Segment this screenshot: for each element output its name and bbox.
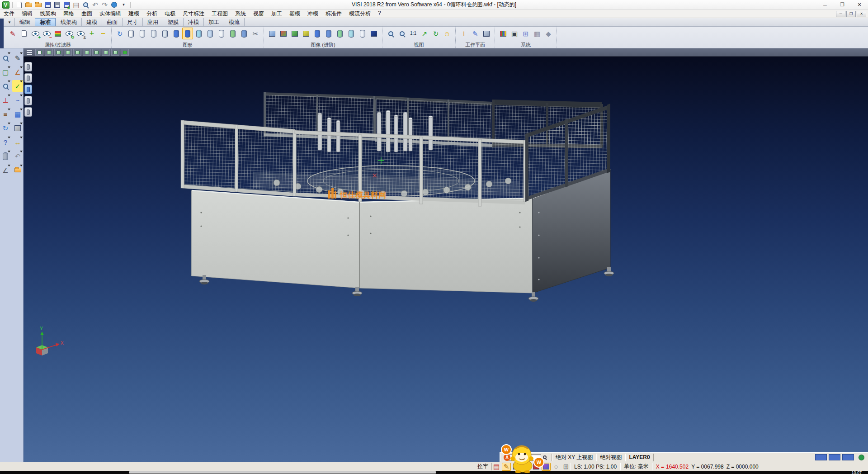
save-file-icon[interactable] [43, 0, 52, 9]
adv-traffic-cube-icon[interactable] [278, 28, 289, 39]
sketch-icon[interactable]: ∠ [12, 66, 23, 78]
show-entities-icon[interactable]: + [30, 28, 41, 39]
plane-icon[interactable]: ▢ [0, 66, 11, 78]
import-file-icon[interactable] [34, 0, 42, 9]
validate-icon[interactable]: ✓ [12, 80, 23, 92]
flat-view-icon[interactable] [205, 28, 216, 39]
preview-icon[interactable] [81, 0, 90, 9]
open-file-icon[interactable] [24, 0, 33, 9]
screen-settings-icon[interactable]: ▣ [509, 28, 520, 39]
globe-icon[interactable] [859, 455, 864, 460]
zoom-selected-icon[interactable]: ↗ [419, 28, 430, 39]
curve-icon[interactable]: ~ [12, 94, 23, 106]
workplane-axes-icon[interactable]: ⊥ [458, 28, 469, 39]
tab-3[interactable]: 建模 [81, 18, 102, 26]
view-preferences-icon[interactable]: ☺ [442, 28, 453, 39]
adv-shaded-cyl-icon[interactable] [312, 28, 323, 39]
mdi-restore-button[interactable]: ❐ [846, 11, 856, 17]
menu-item-18[interactable]: ? [374, 10, 385, 16]
scale-indicator[interactable]: LS: 1.00 PS: 1.00 [571, 463, 620, 470]
wireframe-view-icon[interactable] [126, 28, 137, 39]
shaded-view-icon[interactable] [171, 28, 182, 39]
save-all-icon[interactable]: ▲ [62, 0, 71, 9]
view-back-icon[interactable] [92, 49, 100, 56]
palette-toggle-4-icon[interactable] [24, 96, 32, 105]
adv-plusminus-cube-icon[interactable] [301, 28, 311, 39]
tab-10[interactable]: 模流 [224, 18, 245, 26]
viewport-menu-icon[interactable] [25, 49, 34, 56]
menu-item-12[interactable]: 视窗 [250, 10, 268, 18]
menu-item-8[interactable]: 电极 [161, 10, 179, 18]
print-icon[interactable]: ▤ [72, 0, 80, 9]
undo-view-icon[interactable]: ↶ [12, 150, 23, 162]
shaded-edges-view-icon[interactable] [182, 28, 193, 39]
menu-item-7[interactable]: 分析 [143, 10, 161, 18]
menu-item-0[interactable]: 文件 [0, 10, 18, 18]
adv-page-cyl-icon[interactable] [346, 28, 357, 39]
workplane-cube-icon[interactable] [481, 28, 492, 39]
tab-1[interactable]: 标准 [35, 18, 56, 26]
perspective-grid-icon[interactable]: ◆ [543, 28, 554, 39]
minimize-button[interactable]: ─ [816, 0, 834, 9]
tab-9[interactable]: 加工 [203, 18, 224, 26]
dashed-hidden-view-icon[interactable] [148, 28, 159, 39]
attributes-icon[interactable]: ≡ [0, 108, 11, 120]
absolute-view-indicator[interactable]: 绝对视图 [596, 454, 625, 461]
new-file-icon[interactable] [15, 0, 24, 9]
tab-0[interactable]: 编辑 [14, 18, 35, 26]
menu-item-1[interactable]: 编辑 [18, 10, 36, 18]
mdi-minimize-button[interactable]: ─ [836, 11, 845, 17]
transparent-view-icon[interactable] [193, 28, 204, 39]
delete-icon[interactable] [0, 150, 11, 162]
modify-icon[interactable]: ✎ [12, 52, 23, 64]
units-indicator[interactable]: 单位: 毫米 [620, 463, 652, 470]
zoom-in-icon[interactable] [385, 28, 396, 39]
app-sync-icon[interactable] [110, 0, 118, 9]
navigate-icon[interactable]: ∠ [0, 164, 11, 176]
hide-all-icon[interactable]: − [98, 28, 108, 39]
clip-plane-icon[interactable]: ✂ [250, 28, 261, 39]
toolbar-dropdown-icon[interactable]: ▼ [5, 18, 14, 26]
color-swatch-1[interactable] [829, 454, 840, 460]
help-icon[interactable]: ? [0, 136, 11, 148]
view-bottom-icon[interactable] [102, 49, 110, 56]
undo-icon[interactable]: ↶ [91, 0, 99, 9]
palette-toggle-1-icon[interactable] [24, 62, 32, 71]
selection-filter-icon[interactable] [0, 52, 11, 64]
menu-item-5[interactable]: 实体编辑 [96, 10, 125, 18]
menu-item-13[interactable]: 加工 [268, 10, 286, 18]
hide-entities-icon[interactable]: − [41, 28, 52, 39]
close-button[interactable]: ✕ [851, 0, 868, 9]
mesh-view-icon[interactable] [216, 28, 227, 39]
menu-item-11[interactable]: 系统 [231, 10, 250, 18]
view-iso-icon[interactable] [45, 49, 53, 56]
file-search-icon[interactable] [12, 164, 23, 176]
redraw-icon[interactable]: ↻ [114, 28, 125, 39]
palette-toggle-5-icon[interactable] [24, 107, 32, 117]
window-split-icon[interactable]: ⊞ [561, 463, 571, 471]
menu-item-10[interactable]: 工程图 [208, 10, 231, 18]
menu-item-2[interactable]: 线架构 [36, 10, 60, 18]
quick-hidden-view-icon[interactable] [160, 28, 170, 39]
snap-settings-icon[interactable]: ⊞ [520, 28, 531, 39]
measure-icon[interactable]: ↔ [12, 136, 23, 148]
view-shaded-icon[interactable] [121, 49, 129, 56]
dynamic-section-icon[interactable] [239, 28, 250, 39]
mdi-close-button[interactable]: ✕ [857, 11, 866, 17]
view-right-icon[interactable] [73, 49, 81, 56]
viewport-3d[interactable]: 恒佳模具料网 Y X [24, 57, 868, 462]
adv-check-cyl-icon[interactable] [335, 28, 345, 39]
redo-icon[interactable]: ↷ [100, 0, 109, 9]
tab-8[interactable]: 冲模 [183, 18, 203, 26]
visi-logo[interactable]: V [1, 0, 10, 9]
layers-window-icon[interactable]: ▦ [12, 108, 23, 120]
lock-toggle[interactable]: 拴牢 [474, 463, 492, 470]
menu-item-15[interactable]: 冲模 [304, 10, 322, 18]
menu-item-3[interactable]: 网格 [60, 10, 78, 18]
zoom-dynamic-icon[interactable] [0, 80, 11, 92]
save-as-icon[interactable] [53, 0, 61, 9]
ucs-icon[interactable]: ⊥ [0, 94, 11, 106]
color-swatch-0[interactable] [815, 454, 827, 460]
view-left-icon[interactable] [83, 49, 91, 56]
attributes-brush-icon[interactable]: ✎ [7, 28, 18, 39]
